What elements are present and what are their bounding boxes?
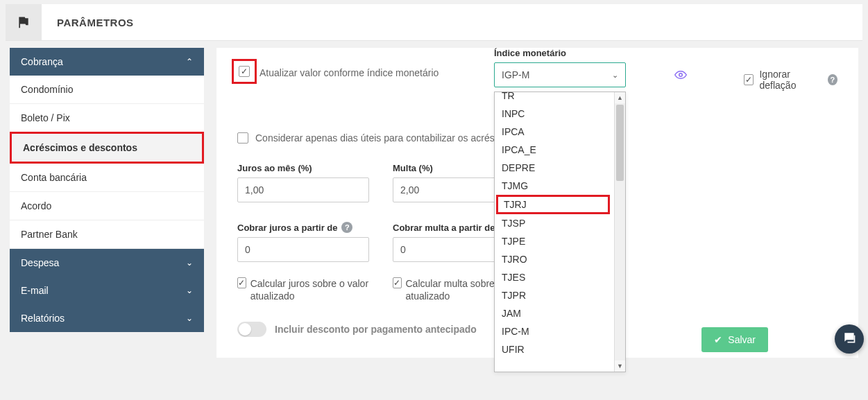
chevron-down-icon: ⌄ [186, 258, 193, 268]
indice-option[interactable]: INPC [495, 105, 614, 123]
chevron-down-icon: ⌄ [186, 313, 193, 323]
highlight-box: TJRJ [496, 195, 610, 214]
sidebar-item-label: Acréscimos e descontos [23, 142, 137, 153]
indice-option[interactable]: TJMG [495, 177, 614, 195]
sidebar-item-label: Acordo [21, 200, 51, 211]
sidebar-item-acordo[interactable]: Acordo [10, 192, 204, 220]
check-icon: ✔ [714, 334, 722, 345]
indice-option[interactable]: TJES [495, 268, 614, 286]
indice-option[interactable]: TJSP [495, 214, 614, 232]
sidebar-section-label: E-mail [21, 285, 49, 296]
sidebar-item-label: Boleto / Pix [21, 112, 70, 123]
highlight-box [232, 59, 257, 84]
incluir-desconto-label: Incluir desconto por pagamento antecipad… [275, 324, 477, 335]
atualizar-valor-label: Atualizar valor conforme índice monetári… [259, 67, 439, 78]
indice-monetario-select[interactable]: IGP-M ⌄ [494, 62, 626, 87]
sidebar-item-label: Condomínio [21, 84, 74, 95]
sidebar-section-despesa[interactable]: Despesa ⌄ [10, 249, 204, 277]
calcular-juros-label: Calcular juros sobre o valor atualizado [250, 277, 376, 302]
sidebar-item-label: Conta bancária [21, 172, 87, 183]
sidebar-section-email[interactable]: E-mail ⌄ [10, 277, 204, 304]
sidebar-item-conta-bancaria[interactable]: Conta bancária [10, 164, 204, 192]
ignorar-deflacao-label: Ignorar deflação [759, 69, 822, 91]
indice-option[interactable]: IPC-M [495, 322, 614, 340]
indice-option[interactable]: JAM [495, 304, 614, 322]
scroll-up-arrow-icon[interactable]: ▲ [615, 92, 625, 103]
eye-icon[interactable] [674, 69, 687, 84]
sidebar-section-label: Cobrança [21, 56, 63, 67]
sidebar-section-label: Despesa [21, 257, 59, 268]
sidebar-section-label: Relatórios [21, 313, 65, 324]
save-button-label: Salvar [728, 334, 756, 345]
highlight-box: Acréscimos e descontos [10, 132, 204, 164]
help-icon[interactable]: ? [828, 74, 837, 85]
juros-input[interactable] [237, 177, 369, 202]
sidebar-section-relatorios[interactable]: Relatórios ⌄ [10, 304, 204, 332]
indice-option[interactable]: TJPE [495, 232, 614, 250]
cobrar-juros-value[interactable] [245, 244, 361, 255]
page-title: PARÂMETROS [42, 17, 134, 28]
indice-option[interactable]: IPCA [495, 123, 614, 141]
incluir-desconto-toggle[interactable] [237, 322, 266, 337]
indice-option[interactable]: UFIR [495, 340, 614, 358]
help-icon[interactable]: ? [341, 222, 352, 233]
ignorar-deflacao-checkbox[interactable] [744, 74, 754, 85]
considerar-dias-uteis-checkbox[interactable] [237, 132, 248, 144]
dropdown-scrollbar[interactable]: ▲ ▼ [614, 92, 625, 372]
atualizar-valor-checkbox[interactable] [239, 66, 250, 77]
indice-option[interactable]: TR [495, 92, 614, 105]
sidebar-item-condominio[interactable]: Condomínio [10, 76, 204, 104]
page-header: PARÂMETROS [6, 4, 862, 41]
sidebar-item-acrescimos[interactable]: Acréscimos e descontos [12, 134, 202, 162]
sidebar: Cobrança ⌃ Condomínio Boleto / Pix Acrés… [10, 48, 204, 358]
indice-option[interactable]: IPCA_E [495, 141, 614, 159]
chevron-up-icon: ⌃ [186, 57, 193, 67]
chevron-down-icon: ⌄ [186, 286, 193, 295]
indice-option[interactable]: TJRO [495, 250, 614, 268]
scroll-down-arrow-icon[interactable]: ▼ [615, 360, 625, 372]
cobrar-juros-label: Cobrar juros a partir de ? [237, 222, 376, 233]
cobrar-juros-input[interactable] [237, 237, 369, 262]
cobrar-juros-label-text: Cobrar juros a partir de [237, 223, 337, 233]
considerar-dias-uteis-label: Considerar apenas dias úteis para contab… [255, 132, 520, 144]
chat-icon [842, 331, 856, 348]
indice-option[interactable]: TJRJ [498, 197, 608, 212]
flag-icon [6, 4, 42, 40]
svg-point-0 [679, 73, 683, 77]
juros-label: Juros ao mês (%) [237, 163, 376, 173]
calcular-multa-checkbox[interactable] [393, 277, 402, 288]
indice-option[interactable]: TJPR [495, 286, 614, 304]
save-button[interactable]: ✔ Salvar [701, 327, 768, 352]
sidebar-item-boleto[interactable]: Boleto / Pix [10, 104, 204, 132]
indice-option[interactable]: DEPRE [495, 159, 614, 177]
sidebar-item-label: Partner Bank [21, 229, 78, 240]
sidebar-section-cobranca[interactable]: Cobrança ⌃ [10, 48, 204, 76]
sidebar-item-partner-bank[interactable]: Partner Bank [10, 220, 204, 249]
chevron-down-icon: ⌄ [612, 71, 618, 80]
scroll-thumb[interactable] [616, 105, 624, 181]
indice-monetario-label: Índice monetário [494, 48, 661, 58]
calcular-juros-checkbox[interactable] [237, 277, 246, 288]
indice-monetario-value: IGP-M [502, 69, 529, 80]
indice-dropdown-popover: TR INPC IPCA IPCA_E DEPRE TJMG TJRJ [494, 92, 626, 372]
chat-fab[interactable] [835, 324, 864, 354]
main-panel: Atualizar valor conforme índice monetári… [216, 48, 858, 358]
cobrar-multa-label-text: Cobrar multa a partir de [393, 223, 495, 233]
juros-value[interactable] [245, 184, 361, 195]
indice-option-list: TR INPC IPCA IPCA_E DEPRE TJMG TJRJ [495, 92, 614, 360]
